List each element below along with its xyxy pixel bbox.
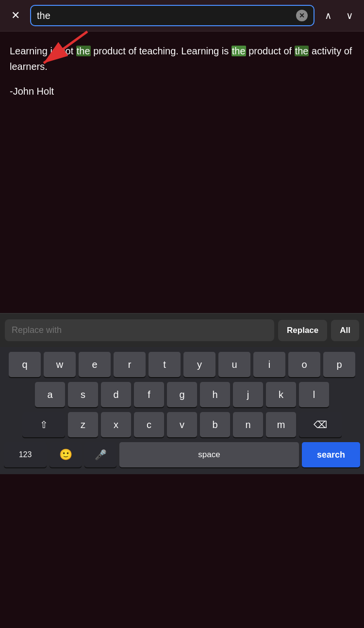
key-v[interactable]: v bbox=[167, 412, 197, 437]
keyboard-row-4: 123 🙂 🎤 space search bbox=[2, 442, 362, 467]
key-l[interactable]: l bbox=[299, 382, 329, 407]
microphone-key[interactable]: 🎤 bbox=[84, 442, 116, 467]
key-e[interactable]: e bbox=[79, 352, 111, 377]
key-c[interactable]: c bbox=[134, 412, 164, 437]
close-button[interactable]: ✕ bbox=[6, 6, 25, 25]
key-f[interactable]: f bbox=[134, 382, 164, 407]
author-text: -John Holt bbox=[10, 86, 354, 97]
next-match-button[interactable]: ∨ bbox=[341, 7, 358, 24]
key-a[interactable]: a bbox=[35, 382, 65, 407]
key-g[interactable]: g bbox=[167, 382, 197, 407]
key-h[interactable]: h bbox=[200, 382, 230, 407]
key-q[interactable]: q bbox=[9, 352, 41, 377]
key-u[interactable]: u bbox=[218, 352, 250, 377]
content-paragraph: Learning is not the product of teaching.… bbox=[10, 43, 354, 74]
nav-arrows: ∧ ∨ bbox=[319, 7, 358, 24]
space-key[interactable]: space bbox=[119, 442, 299, 467]
replace-input[interactable] bbox=[12, 325, 267, 335]
key-k[interactable]: k bbox=[266, 382, 296, 407]
key-n[interactable]: n bbox=[233, 412, 263, 437]
key-m[interactable]: m bbox=[266, 412, 296, 437]
key-t[interactable]: t bbox=[149, 352, 181, 377]
key-w[interactable]: w bbox=[44, 352, 76, 377]
highlight-1: the bbox=[76, 46, 91, 56]
key-s[interactable]: s bbox=[68, 382, 98, 407]
key-i[interactable]: i bbox=[253, 352, 285, 377]
backspace-key[interactable]: ⌫ bbox=[299, 412, 342, 437]
key-r[interactable]: r bbox=[114, 352, 146, 377]
key-d[interactable]: d bbox=[101, 382, 131, 407]
replace-input-wrapper[interactable] bbox=[5, 319, 274, 341]
key-o[interactable]: o bbox=[288, 352, 320, 377]
keyboard-row-2: a s d f g h j k l bbox=[2, 382, 362, 407]
key-j[interactable]: j bbox=[233, 382, 263, 407]
emoji-key[interactable]: 🙂 bbox=[50, 442, 82, 467]
replace-all-button[interactable]: All bbox=[331, 320, 359, 341]
numbers-key[interactable]: 123 bbox=[4, 442, 47, 467]
keyboard-row-1: q w e r t y u i o p bbox=[2, 352, 362, 377]
search-key[interactable]: search bbox=[302, 442, 360, 467]
keyboard-row-3: ⇧ z x c v b n m ⌫ bbox=[2, 412, 362, 437]
search-input-wrapper[interactable]: ✕ bbox=[30, 5, 314, 26]
content-area: Learning is not the product of teaching.… bbox=[0, 32, 364, 313]
prev-match-button[interactable]: ∧ bbox=[319, 7, 337, 24]
keyboard: q w e r t y u i o p a s d f g h j k l ⇧ … bbox=[0, 347, 364, 474]
key-z[interactable]: z bbox=[68, 412, 98, 437]
search-bar: ✕ ✕ ∧ ∨ bbox=[0, 0, 364, 32]
key-y[interactable]: y bbox=[183, 352, 215, 377]
highlight-2: the bbox=[232, 46, 246, 56]
shift-key[interactable]: ⇧ bbox=[22, 412, 65, 437]
highlight-3: the bbox=[295, 46, 309, 56]
search-input[interactable] bbox=[37, 10, 292, 21]
replace-bar: Replace All bbox=[0, 313, 364, 347]
key-x[interactable]: x bbox=[101, 412, 131, 437]
replace-button[interactable]: Replace bbox=[278, 320, 327, 341]
clear-search-button[interactable]: ✕ bbox=[296, 10, 308, 21]
key-p[interactable]: p bbox=[323, 352, 355, 377]
key-b[interactable]: b bbox=[200, 412, 230, 437]
